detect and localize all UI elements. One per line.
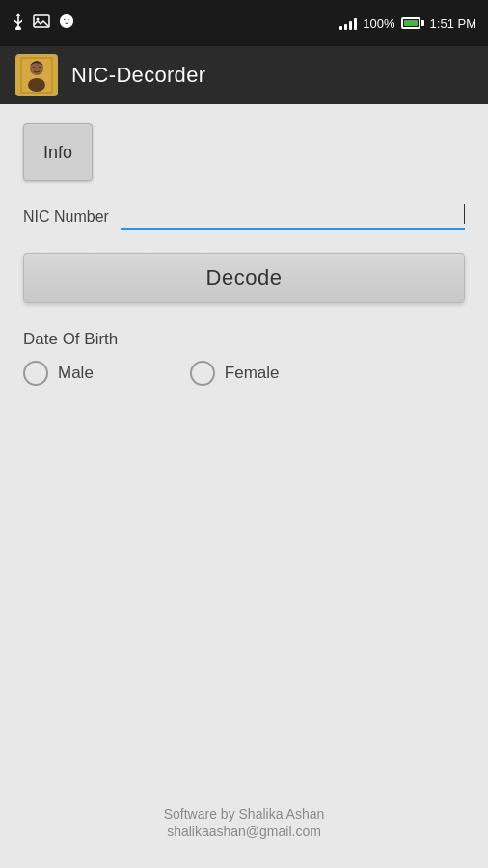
signal-icon bbox=[339, 16, 357, 30]
dob-section: Date Of Birth Male Female bbox=[23, 330, 465, 386]
text-cursor bbox=[464, 204, 465, 224]
time-display: 1:51 PM bbox=[430, 16, 476, 31]
battery-icon bbox=[401, 17, 424, 29]
nic-input-wrapper bbox=[121, 204, 465, 230]
nic-input[interactable] bbox=[121, 205, 462, 223]
female-option[interactable]: Female bbox=[190, 361, 280, 386]
info-button-label: Info bbox=[43, 143, 72, 163]
nic-row: NIC Number bbox=[23, 204, 465, 230]
gender-row: Male Female bbox=[23, 361, 465, 386]
info-button[interactable]: Info bbox=[23, 123, 93, 181]
male-label: Male bbox=[58, 364, 94, 383]
status-right-info: 100% 1:51 PM bbox=[339, 16, 476, 31]
dob-label: Date Of Birth bbox=[23, 330, 465, 349]
status-left-icons bbox=[12, 13, 75, 34]
svg-point-6 bbox=[33, 67, 35, 68]
cat-icon bbox=[58, 13, 75, 34]
app-bar: NIC-Decorder bbox=[0, 46, 488, 104]
battery-percentage: 100% bbox=[363, 16, 394, 31]
status-bar: 100% 1:51 PM bbox=[0, 0, 488, 46]
footer-line1: Software by Shalika Ashan bbox=[164, 806, 325, 822]
app-icon bbox=[15, 54, 58, 96]
footer-line2: shalikaashan@gmail.com bbox=[167, 824, 321, 839]
nic-label: NIC Number bbox=[23, 208, 109, 226]
nic-section: NIC Number bbox=[23, 204, 465, 230]
app-title: NIC-Decorder bbox=[71, 63, 205, 88]
image-icon bbox=[33, 14, 50, 32]
female-radio[interactable] bbox=[190, 361, 215, 386]
main-content: Info NIC Number Decode Date Of Birth Mal… bbox=[0, 104, 488, 405]
male-radio[interactable] bbox=[23, 361, 48, 386]
svg-point-5 bbox=[28, 78, 45, 92]
male-option[interactable]: Male bbox=[23, 361, 94, 386]
svg-point-7 bbox=[39, 67, 41, 68]
decode-button-label: Decode bbox=[206, 265, 283, 290]
decode-button[interactable]: Decode bbox=[23, 253, 465, 303]
usb-icon bbox=[12, 13, 25, 34]
female-label: Female bbox=[225, 364, 280, 383]
footer: Software by Shalika Ashan shalikaashan@g… bbox=[0, 806, 488, 839]
